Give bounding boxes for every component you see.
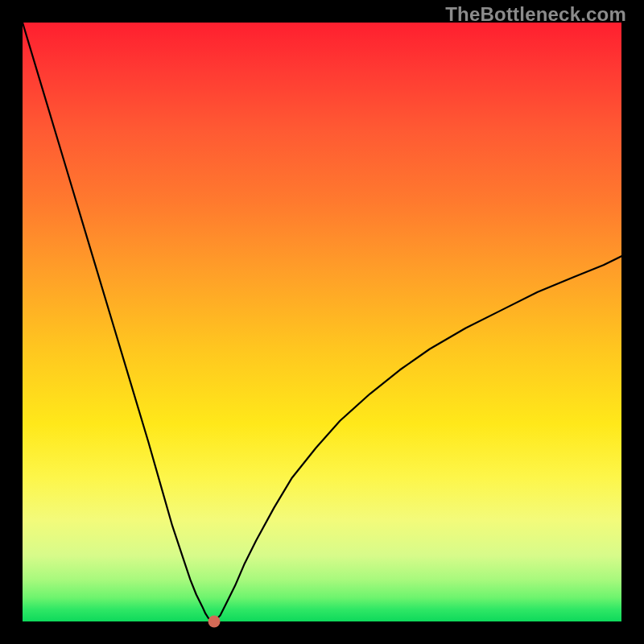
plot-area — [23, 23, 621, 621]
marker-dot — [208, 616, 221, 628]
bottleneck-curve — [23, 23, 621, 621]
chart-frame: TheBottleneck.com — [0, 0, 644, 644]
curve-svg — [23, 23, 621, 621]
